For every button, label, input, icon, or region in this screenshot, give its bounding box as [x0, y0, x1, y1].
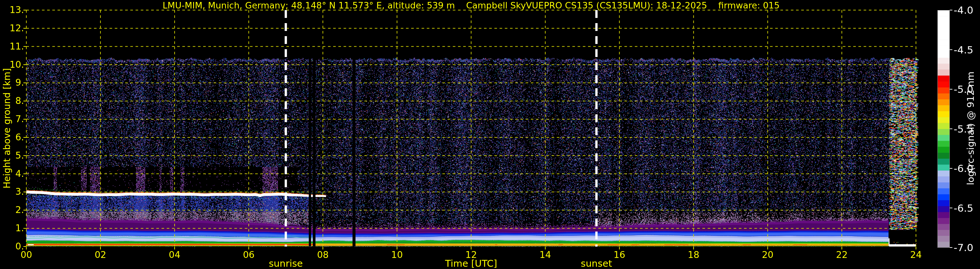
colorbar-tick-label: -6.5: [954, 202, 980, 214]
colorbar-tick-label: -5.0: [954, 83, 980, 95]
y-tick-label: 1.: [0, 223, 24, 234]
colorbar-tick-label: -4.0: [954, 4, 980, 16]
y-tick-label: 12.: [0, 23, 24, 34]
x-tick-label: 10: [382, 250, 412, 260]
y-tick-label: 9.: [0, 77, 24, 88]
x-tick-label: 18: [679, 250, 708, 260]
x-tick-label: 16: [605, 250, 634, 260]
x-tick-label: 24: [901, 250, 931, 260]
colorbar-tick-label: -5.5: [954, 123, 980, 135]
x-tick-label: 02: [86, 250, 115, 260]
y-tick-label: 6.: [0, 132, 24, 143]
colorbar-tick-label: -4.5: [954, 44, 980, 56]
y-tick-label: 10.: [0, 59, 24, 70]
ceilometer-heatmap-canvas: [0, 0, 980, 269]
ceilometer-quicklook-figure: LMU-MIM, Munich, Germany; 48.148° N 11.5…: [0, 0, 980, 269]
y-tick-label: 11.: [0, 41, 24, 52]
x-tick-label: 22: [827, 250, 856, 260]
plot-title: LMU-MIM, Munich, Germany; 48.148° N 11.5…: [26, 0, 916, 10]
y-tick-label: 5.: [0, 150, 24, 161]
x-tick-label: 04: [160, 250, 189, 260]
y-tick-label: 3.: [0, 186, 24, 197]
x-tick-label: 20: [753, 250, 783, 260]
y-tick-label: 13.: [0, 5, 24, 16]
colorbar-tick-label: -6.0: [954, 163, 980, 174]
x-tick-label: 12: [457, 250, 486, 260]
y-tick-label: 7.: [0, 114, 24, 125]
x-tick-label: 14: [531, 250, 560, 260]
y-tick-label: 4.: [0, 168, 24, 179]
colorbar-tick-label: -7.0: [954, 242, 980, 253]
y-tick-label: 2.: [0, 205, 24, 216]
x-tick-label: 08: [308, 250, 337, 260]
y-tick-label: 8.: [0, 95, 24, 106]
y-tick-label: 0.: [0, 241, 24, 252]
x-tick-label: 06: [234, 250, 263, 260]
